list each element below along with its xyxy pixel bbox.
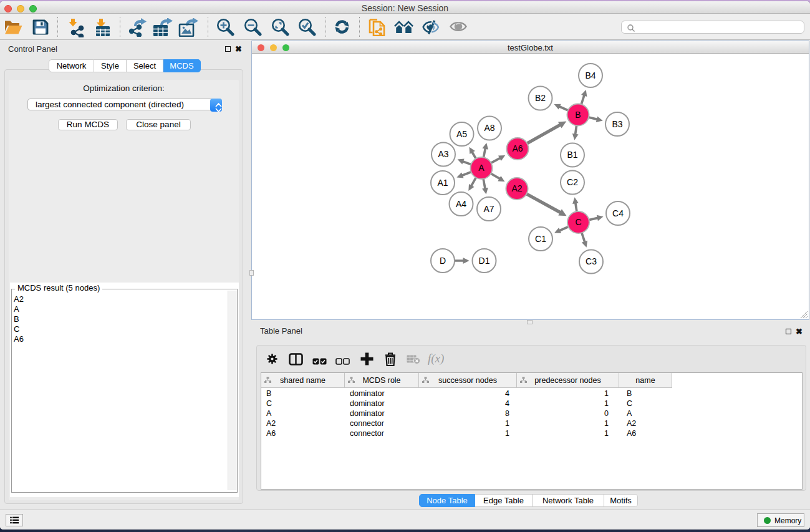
svg-text:A2: A2 (511, 183, 522, 193)
svg-text:B1: B1 (567, 150, 577, 160)
svg-text:A3: A3 (438, 149, 448, 159)
svg-text:A1: A1 (437, 178, 448, 188)
svg-text:B: B (575, 110, 581, 120)
svg-text:A: A (478, 163, 485, 173)
svg-text:D1: D1 (479, 256, 490, 266)
svg-text:C2: C2 (567, 177, 578, 187)
svg-text:C1: C1 (535, 234, 546, 244)
svg-text:C4: C4 (612, 208, 624, 218)
svg-text:A6: A6 (512, 143, 523, 153)
svg-text:B3: B3 (612, 119, 622, 129)
svg-text:B2: B2 (535, 93, 546, 103)
svg-text:A4: A4 (456, 199, 466, 209)
svg-text:B4: B4 (585, 70, 595, 80)
svg-text:A7: A7 (483, 204, 494, 214)
svg-text:A8: A8 (484, 123, 494, 133)
svg-text:C3: C3 (586, 256, 597, 266)
svg-text:A5: A5 (456, 129, 467, 139)
svg-text:D: D (440, 256, 446, 266)
svg-text:C: C (575, 217, 581, 227)
